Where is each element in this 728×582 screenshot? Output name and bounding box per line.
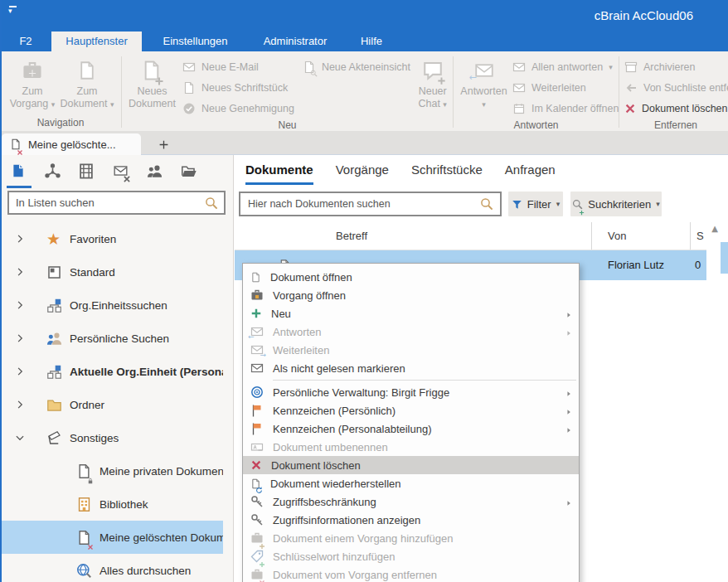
menu-item-kennzeichen-personalabteilung[interactable]: Kennzeichen (Personalabteilung): [243, 420, 579, 438]
neue-akteneinsicht-button[interactable]: Neue Akteneinsicht: [303, 56, 412, 77]
menu-item-dokument-vorgang-hinzufuegen[interactable]: Dokument einem Vorgang hinzufügen: [243, 529, 579, 547]
column-divider[interactable]: [690, 222, 691, 250]
ribbon-group-label: Navigation: [0, 116, 121, 131]
menu-tab-einstellungen[interactable]: Einstellungen: [142, 32, 249, 51]
menu-tab-f2[interactable]: F2: [0, 32, 51, 51]
column-header-betreff[interactable]: Betreff: [336, 230, 367, 242]
chevron-right-icon[interactable]: [15, 400, 28, 410]
menu-item-als-nicht-gelesen[interactable]: Als nicht gelesen markieren: [243, 359, 579, 377]
menu-tab-hilfe[interactable]: Hilfe: [342, 32, 401, 51]
submenu-arrow-icon: [565, 388, 573, 396]
chevron-right-icon[interactable]: [15, 267, 28, 277]
menu-item-dokument-wiederherstellen[interactable]: Dokument wiederherstellen: [243, 474, 579, 492]
tree-item-ordner[interactable]: Ordner: [0, 388, 223, 421]
new-document-icon: [141, 58, 163, 83]
tab-dokumente[interactable]: Dokumente: [245, 162, 313, 185]
menu-item-weiterleiten[interactable]: → Weiterleiten: [243, 341, 579, 359]
title-bar: ▾ cBrain AcCloud06: [0, 0, 728, 32]
menu-tab-hauptfenster[interactable]: Hauptfenster: [51, 32, 142, 51]
filter-funnel-icon: [512, 199, 522, 210]
tab-vorgaenge[interactable]: Vorgänge: [336, 162, 389, 185]
dropdown-arrow-icon: ▾: [556, 200, 561, 208]
menu-item-dokument-oeffnen[interactable]: Dokument öffnen: [243, 268, 579, 286]
menu-item-persoenliche-verwaltung[interactable]: Persönliche Verwaltung: Birgit Frigge: [243, 383, 579, 401]
neues-dokument-button[interactable]: Neues Dokument: [129, 51, 176, 110]
folders-icon[interactable]: [178, 160, 198, 182]
menu-item-vorgang-oeffnen[interactable]: Vorgang öffnen: [243, 286, 579, 304]
zum-vorgang-button[interactable]: Zum Vorgang ▾: [5, 51, 60, 110]
scrollbar-up-arrow[interactable]: ▲: [707, 222, 722, 235]
tree-item-bibliothek[interactable]: Bibliothek: [0, 487, 223, 521]
tab-anfragen[interactable]: Anfragen: [505, 162, 556, 185]
menu-item-schluesselwort-hinzufuegen[interactable]: Schlüsselwort hinzufügen: [243, 547, 579, 565]
dokument-loeschen-button[interactable]: Dokument löschen: [624, 98, 728, 119]
menu-item-zugriffsbeschraenkung[interactable]: Zugriffsbeschränkung: [243, 492, 579, 511]
tree-item-sonstiges[interactable]: Sonstiges: [0, 421, 223, 454]
tree-item-favoriten[interactable]: ★ Favoriten: [0, 222, 223, 255]
document-tab-meine-geloeschte[interactable]: Meine gelöschte...: [2, 133, 141, 155]
tab-schriftstuecke[interactable]: Schriftstücke: [411, 162, 483, 185]
chevron-right-icon[interactable]: [15, 300, 28, 310]
allen-antworten-button[interactable]: Allen antworten ▾: [512, 56, 619, 77]
column-header-sortierdatum[interactable]: S: [696, 230, 704, 242]
tree-item-standard[interactable]: Standard: [0, 255, 223, 289]
menu-item-kennzeichen-persoenlich[interactable]: Kennzeichen (Persönlich): [243, 401, 579, 420]
filter-button[interactable]: Filter ▾: [508, 192, 563, 216]
window-title: cBrain AcCloud06: [595, 8, 693, 22]
contacts-icon[interactable]: [144, 160, 164, 182]
neuer-chat-button[interactable]: Neuer Chat ▾: [412, 51, 453, 110]
archive-box-icon: [624, 61, 638, 74]
menu-item-antworten[interactable]: ← Antworten: [243, 323, 579, 341]
neues-schriftstueck-button[interactable]: Neues Schriftstück: [182, 77, 294, 98]
column-header-von[interactable]: Von: [608, 230, 626, 242]
scrollbar-thumb[interactable]: [721, 242, 728, 274]
folder-icon: [46, 397, 62, 413]
quick-access-toolbar-icon[interactable]: ▾: [8, 6, 18, 15]
mail-icon: [250, 361, 264, 375]
zum-dokument-button[interactable]: Zum Dokument ▾: [60, 51, 114, 110]
im-kalender-button[interactable]: Im Kalender öffnen: [512, 98, 619, 119]
document-tab-strip: Meine gelöschte...: [0, 131, 728, 155]
org-network-icon[interactable]: [42, 160, 62, 182]
plus-icon: [158, 139, 169, 150]
antworten-button[interactable]: ← Antworten ▾: [457, 51, 511, 110]
tree-item-meine-privaten-dokumente[interactable]: Meine privaten Dokumente: [0, 454, 223, 487]
von-suchliste-entfernen-button[interactable]: Von Suchliste entfernen: [624, 77, 728, 98]
tree-item-meine-geloeschten-dokumente[interactable]: Meine gelöschten Dokumente: [0, 521, 223, 554]
submenu-arrow-icon: [565, 497, 573, 506]
forward-mail-icon: [512, 81, 526, 95]
file-access-icon: [303, 61, 316, 74]
submenu-arrow-icon: [565, 406, 573, 415]
miscellaneous-icon: [46, 430, 62, 446]
chevron-right-icon[interactable]: [15, 366, 28, 376]
tree-item-aktuelle-org-einheit[interactable]: Aktuelle Org.Einheit (Personalabteilung): [0, 355, 223, 388]
weiterleiten-button[interactable]: Weiterleiten: [512, 77, 619, 98]
chat-icon: [421, 60, 444, 81]
archive-shelf-icon[interactable]: [76, 160, 96, 182]
neue-email-button[interactable]: Neue E-Mail: [182, 56, 294, 77]
chevron-down-icon[interactable]: [15, 433, 28, 443]
menu-tab-administrator[interactable]: Administrator: [249, 32, 342, 51]
archivieren-button[interactable]: Archivieren: [624, 56, 728, 77]
menu-item-zugriffsinformationen[interactable]: Zugriffsinformationen anzeigen: [243, 511, 579, 529]
tree-item-alles-durchsuchen[interactable]: Alles durchsuchen: [0, 554, 223, 582]
chevron-right-icon[interactable]: [15, 234, 28, 244]
flag-icon: [250, 422, 264, 435]
menu-item-dokument-umbenennen[interactable]: Dokument umbenennen: [243, 438, 579, 456]
forward-mail-icon: →: [250, 343, 264, 356]
menu-item-neu[interactable]: Neu: [243, 304, 579, 323]
document-search-input[interactable]: [240, 198, 480, 210]
documents-view-icon[interactable]: [8, 160, 28, 182]
column-divider[interactable]: [591, 222, 592, 250]
tree-item-org-einheitssuchen[interactable]: Org.Einheitssuchen: [0, 289, 223, 322]
menu-item-dokument-loeschen[interactable]: Dokument löschen: [243, 456, 579, 474]
new-tab-button[interactable]: [153, 134, 174, 154]
neue-genehmigung-button[interactable]: Neue Genehmigung: [182, 98, 294, 119]
tag-plus-icon: [250, 550, 264, 563]
mail-deleted-icon[interactable]: [110, 160, 130, 182]
menu-item-dokument-vorgang-entfernen[interactable]: Dokument vom Vorgang entfernen: [243, 565, 579, 582]
chevron-right-icon[interactable]: [15, 333, 28, 343]
suchkriterien-button[interactable]: Suchkriterien ▾: [570, 192, 662, 216]
list-search-input[interactable]: [9, 196, 205, 209]
tree-item-persoenliche-suchen[interactable]: Persönliche Suchen: [0, 322, 223, 355]
